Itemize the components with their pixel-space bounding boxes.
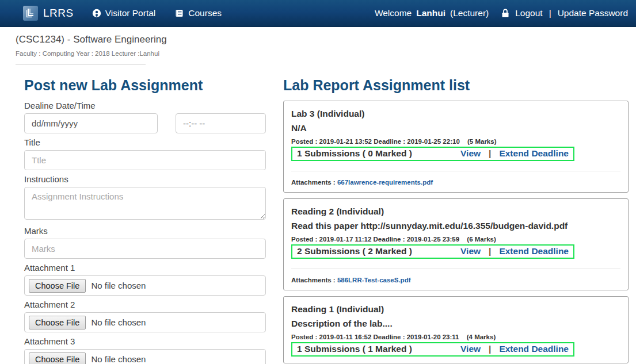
posted-text: Posted : 2019-01-17 11:12 Deadline : 201… — [291, 236, 459, 243]
marks-text: (5 Marks) — [467, 138, 497, 145]
nav-link-visitor-portal[interactable]: Visitor Portal — [92, 8, 156, 18]
post-assignment-form: Post new Lab Assignment Dealine Date/Tim… — [24, 76, 266, 364]
attachments-line: Attachments : 586LRR-Test-caseS.pdf — [291, 277, 620, 283]
attachments-line: Attachments : 667lawrence-requirements.p… — [291, 179, 620, 186]
attachment-file-link[interactable]: 667lawrence-requirements.pdf — [337, 179, 433, 186]
nav-link-label: Courses — [188, 8, 222, 18]
extend-deadline-link[interactable]: Extend Deadline — [499, 344, 569, 354]
title-label: Title — [24, 137, 266, 147]
deadline-date-input[interactable] — [24, 113, 158, 133]
update-password-link[interactable]: Update Password — [558, 8, 628, 18]
attachment-3-label: Attachment 3 — [24, 336, 266, 346]
deadline-time-input[interactable] — [176, 113, 266, 133]
attachments-label: Attachments : — [291, 277, 336, 283]
posted-text: Posted : 2019-01-11 16:52 Deadline : 201… — [291, 334, 459, 340]
card-divider — [291, 171, 620, 171]
view-link[interactable]: View — [460, 344, 481, 354]
file-status: No file chosen — [91, 317, 146, 327]
link-separator: | — [489, 344, 491, 354]
lock-icon — [501, 9, 509, 18]
nav-separator: | — [549, 8, 551, 18]
posted-deadline-line: Posted : 2019-01-11 16:52 Deadline : 201… — [291, 334, 620, 340]
attachment-2-label: Attachment 2 — [24, 300, 266, 309]
list-heading: Lab Report Assignment list — [283, 76, 629, 94]
assignment-description: Read this paper http://sunnyday.mit.edu/… — [291, 219, 620, 233]
nav-link-courses[interactable]: Courses — [175, 8, 222, 18]
course-title: (CSC1234) - Software Engineering — [16, 33, 636, 47]
link-separator: | — [489, 246, 491, 256]
assignment-card: Reading 2 (Individual) Read this paper h… — [283, 198, 629, 290]
top-navbar: LRRS Visitor Portal — [0, 0, 636, 27]
submissions-count: 1 Submissions ( 0 Marked ) — [297, 148, 412, 159]
posted-deadline-line: Posted : 2019-01-17 11:12 Deadline : 201… — [291, 236, 620, 243]
submissions-box: 1 Submissions ( 0 Marked ) View | Extend… — [291, 147, 574, 161]
welcome-text: Welcome — [375, 8, 412, 18]
extend-deadline-link[interactable]: Extend Deadline — [499, 148, 569, 159]
nav-link-label: Visitor Portal — [105, 8, 156, 18]
marks-input[interactable] — [24, 239, 266, 259]
submissions-box: 2 Submissions ( 2 Marked ) View | Extend… — [291, 244, 574, 259]
attachments-label: Attachments : — [291, 179, 336, 186]
posted-deadline-line: Posted : 2019-01-21 13:52 Deadline : 201… — [291, 138, 620, 145]
assignment-description: N/A — [291, 121, 620, 135]
assignment-title: Reading 1 (Individual) — [291, 302, 620, 316]
marks-text: (6 Marks) — [467, 236, 496, 243]
view-link[interactable]: View — [460, 246, 481, 256]
marks-label: Marks — [24, 226, 266, 236]
course-subtitle: Faculty : Computing Year : 2018 Lecturer… — [16, 50, 636, 57]
form-heading: Post new Lab Assignment — [24, 76, 266, 94]
submissions-count: 1 Submissions ( 1 Marked ) — [297, 344, 412, 354]
assignment-card: Lab 3 (Individual) N/A Posted : 2019-01-… — [283, 101, 629, 193]
username: Lanhui — [416, 8, 445, 18]
course-header: (CSC1234) - Software Engineering Faculty… — [0, 27, 636, 57]
assignment-title: Reading 2 (Individual) — [291, 204, 620, 219]
view-link[interactable]: View — [460, 148, 481, 159]
book-icon — [175, 9, 184, 18]
submissions-count: 2 Submissions ( 2 Marked ) — [297, 246, 412, 256]
header-divider — [16, 64, 146, 65]
card-divider — [291, 269, 620, 269]
assignment-title: Lab 3 (Individual) — [291, 106, 620, 121]
attachment-1-file-input[interactable]: Choose File No file chosen — [24, 275, 266, 296]
title-input[interactable] — [24, 150, 266, 170]
link-separator: | — [489, 148, 491, 159]
brand-home-link[interactable]: LRRS — [23, 6, 74, 21]
attachment-2-file-input[interactable]: Choose File No file chosen — [24, 312, 266, 332]
user-role: (Lecturer) — [450, 8, 489, 18]
extend-deadline-link[interactable]: Extend Deadline — [499, 246, 569, 256]
file-status: No file chosen — [91, 354, 146, 364]
brand-text: LRRS — [43, 7, 74, 20]
assignment-list: Lab Report Assignment list Lab 3 (Indivi… — [283, 76, 629, 364]
attachment-3-file-input[interactable]: Choose File No file chosen — [24, 349, 266, 364]
instructions-label: Instructions — [24, 174, 266, 184]
file-status: No file chosen — [91, 281, 146, 290]
submissions-box: 1 Submissions ( 1 Marked ) View | Extend… — [291, 342, 574, 357]
marks-text: (4 Marks) — [467, 334, 496, 340]
deadline-label: Dealine Date/Time — [24, 101, 266, 110]
assignment-card: Reading 1 (Individual) Description of th… — [283, 296, 629, 363]
logout-link[interactable]: Logout — [515, 8, 542, 18]
instructions-textarea[interactable] — [24, 187, 266, 220]
assignment-description: Description of the lab.... — [291, 316, 620, 331]
attachment-file-link[interactable]: 586LRR-Test-caseS.pdf — [337, 277, 411, 283]
attachment-1-label: Attachment 1 — [24, 263, 266, 273]
choose-file-button[interactable]: Choose File — [29, 279, 86, 293]
globe-pin-icon — [92, 9, 101, 18]
choose-file-button[interactable]: Choose File — [29, 316, 86, 329]
posted-text: Posted : 2019-01-21 13:52 Deadline : 201… — [291, 138, 460, 145]
choose-file-button[interactable]: Choose File — [29, 352, 86, 364]
lrrs-logo-icon — [23, 6, 38, 21]
